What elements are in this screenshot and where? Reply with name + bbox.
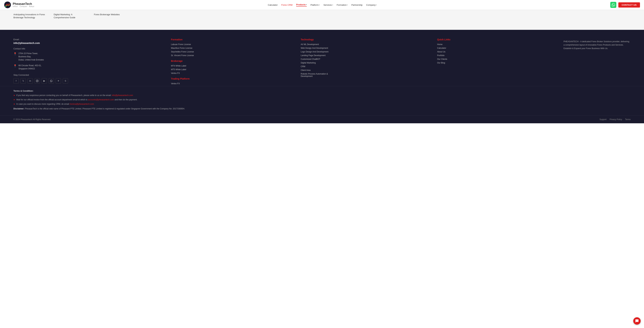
trading-platform-title: Trading Platform (171, 77, 198, 80)
terms-arrow-2: ➤ (14, 98, 15, 101)
location-icon-2: 📍 (14, 64, 17, 67)
whatsapp-social-icon[interactable] (49, 78, 54, 84)
footer-description: PHEASANTECH - A dedicated Forex Broker S… (564, 38, 630, 86)
blog-card-2[interactable]: Digital Marketing: A Comprehensive Guide (54, 13, 87, 19)
footer-bottom: © 2024 Pheasantech All Rights Reserved. … (0, 115, 644, 123)
whatsapp-button[interactable] (610, 2, 616, 8)
logo-area[interactable]: PheasanTech Influx · Conquer · Adept (4, 1, 34, 8)
brokerage-link-3[interactable]: Vertex FX (171, 72, 198, 74)
contact-us-button[interactable]: CONTACT US (618, 2, 640, 7)
instagram-icon[interactable] (34, 78, 40, 84)
tech-link-1[interactable]: AI/ ML Development (301, 43, 334, 45)
footer-terms-link[interactable]: Terms (625, 118, 630, 121)
terms-item-2: ➤ Wait for our official invoice from the… (14, 98, 630, 101)
quick-links-title: Quick Links (437, 38, 461, 41)
products-arrow-icon: ▾ (306, 4, 307, 5)
trading-platform-link-1[interactable]: Vertex FX (171, 82, 198, 85)
footer-email[interactable]: info@pheasantech.com (14, 42, 68, 44)
nav-services[interactable]: Services ▾ (324, 4, 333, 6)
disclaimer-label: Disclaimer: (14, 108, 24, 110)
location-icon-1: 📍 (14, 52, 17, 55)
formation-arrow-icon: ▾ (347, 4, 348, 6)
terms-email-3[interactable]: monica@pheasantech.com (70, 103, 94, 105)
logo-text: PheasanTech Influx · Conquer · Adept (13, 2, 34, 7)
header-right: CONTACT US (610, 2, 640, 8)
terms-arrow-3: ➤ (14, 103, 15, 105)
terms-item-1: ➤ If you feel any suspicious person cont… (14, 94, 630, 97)
content-area: Anticipating Innovations in Forex Broker… (0, 10, 644, 30)
stay-connected-label: Stay Connected (14, 74, 68, 76)
footer: Email : info@pheasantech.com Contact Inf… (0, 30, 644, 86)
blog-card-3[interactable]: Forex Brokerage Websites (94, 13, 120, 19)
footer-address-2: 📍 68 Circular Road, #02-01, Singapore 04… (14, 64, 68, 70)
formation-title: Formation (171, 38, 198, 41)
linkedin-icon[interactable]: in (28, 78, 33, 84)
formation-link-1[interactable]: Labuan Forex License (171, 43, 198, 45)
formation-link-4[interactable]: St. Vincent Forex License (171, 54, 198, 57)
footer-privacy-link[interactable]: Privacy Policy (610, 118, 622, 121)
svg-point-2 (5, 6, 6, 7)
nav-products[interactable]: Products ▾ (296, 3, 307, 6)
footer-technology-column: Technology AI/ ML Development Web Design… (301, 38, 334, 86)
social-icons: f 𝕏 in ▶ ✈ S (14, 78, 68, 84)
footer-email-label: Email : (14, 38, 68, 41)
brokerage-link-2[interactable]: MT5 White Label (171, 68, 198, 71)
nav-platform[interactable]: Platform ▾ (310, 4, 320, 6)
tech-link-9[interactable]: Robotic Process Automation &Development (301, 73, 334, 77)
tech-link-8[interactable]: Client Area (301, 69, 334, 71)
tech-link-7[interactable]: CRM (301, 65, 334, 68)
nav-calculator[interactable]: Calculator (268, 4, 278, 6)
technology-title: Technology (301, 38, 334, 41)
quick-link-about[interactable]: About Us (437, 51, 461, 53)
quick-link-calculator[interactable]: Calculator (437, 47, 461, 49)
nav-partnership[interactable]: Partnership (351, 4, 362, 6)
terms-email-1[interactable]: info@pheasantech.com (112, 94, 133, 96)
services-arrow-icon: ▾ (332, 4, 333, 6)
formation-link-2[interactable]: Mauritius Forex License (171, 47, 198, 49)
blog-cards: Anticipating Innovations in Forex Broker… (14, 13, 630, 19)
footer-contact-label: Contact Info (14, 47, 68, 50)
disclaimer: Disclaimer: PheasanTech is the official … (14, 107, 630, 110)
platform-arrow-icon: ▾ (319, 4, 320, 6)
logo-icon (4, 1, 11, 8)
logo-brand: PheasanTech (13, 2, 34, 6)
nav-formation[interactable]: Formation ▾ (337, 4, 348, 6)
footer-address-1: 📍 2704-15 Prime Tower, Business Bay, Dub… (14, 52, 68, 62)
tech-link-4[interactable]: Landing Page Development (301, 54, 334, 57)
terms-title: Terms & Condition: (14, 90, 630, 92)
nav-forex-crm[interactable]: Forex CRM (282, 4, 292, 6)
tech-link-3[interactable]: Logo Design And Development (301, 51, 334, 53)
svg-point-0 (4, 1, 11, 8)
nav-company[interactable]: Company ▾ (366, 4, 377, 6)
footer-quick-links-column: Quick Links Home Calculator About Us Por… (437, 38, 461, 86)
tech-link-5[interactable]: Customized ChatBOT (301, 58, 334, 60)
telegram-icon[interactable]: ✈ (56, 78, 61, 84)
footer-formation-column: Formation Labuan Forex License Mauritius… (171, 38, 198, 86)
facebook-icon[interactable]: f (14, 78, 19, 84)
terms-email-2[interactable]: accounts@pheasantech.com (88, 98, 114, 101)
twitter-icon[interactable]: 𝕏 (20, 78, 26, 84)
brokerage-title: Brokerage (171, 60, 198, 62)
blog-card-1[interactable]: Anticipating Innovations in Forex Broker… (14, 13, 47, 19)
quick-link-clients[interactable]: Our Clients (437, 58, 461, 60)
formation-link-3[interactable]: Seychelles Forex License (171, 51, 198, 53)
company-arrow-icon: ▾ (376, 4, 377, 6)
nav-area: Calculator Forex CRM Products ▾ Platform… (268, 3, 377, 6)
tech-link-6[interactable]: Digital Marketing (301, 62, 334, 64)
quick-link-home[interactable]: Home (437, 43, 461, 45)
quick-link-portfolio[interactable]: Portfolio (437, 54, 461, 57)
footer-support-link[interactable]: Support (600, 118, 606, 121)
whatsapp-icon (612, 3, 615, 6)
terms-arrow-1: ➤ (14, 94, 15, 96)
logo-sub: Influx · Conquer · Adept (13, 5, 34, 7)
address-text-2: 68 Circular Road, #02-01, Singapore 0494… (18, 64, 42, 70)
footer-main-grid: Email : info@pheasantech.com Contact Inf… (14, 38, 630, 86)
skype-icon[interactable]: S (63, 78, 68, 84)
brokerage-link-1[interactable]: MT4 White Label (171, 65, 198, 67)
youtube-icon[interactable]: ▶ (42, 78, 47, 84)
quick-link-blog[interactable]: Our Blog (437, 62, 461, 64)
terms-section: Terms & Condition: ➤ If you feel any sus… (0, 86, 644, 115)
tech-link-2[interactable]: Web Design And Development (301, 47, 334, 49)
terms-item-3: ➤ In case you want to discuss more regar… (14, 102, 630, 105)
footer-copyright: © 2024 Pheasantech All Rights Reserved. (14, 118, 51, 121)
